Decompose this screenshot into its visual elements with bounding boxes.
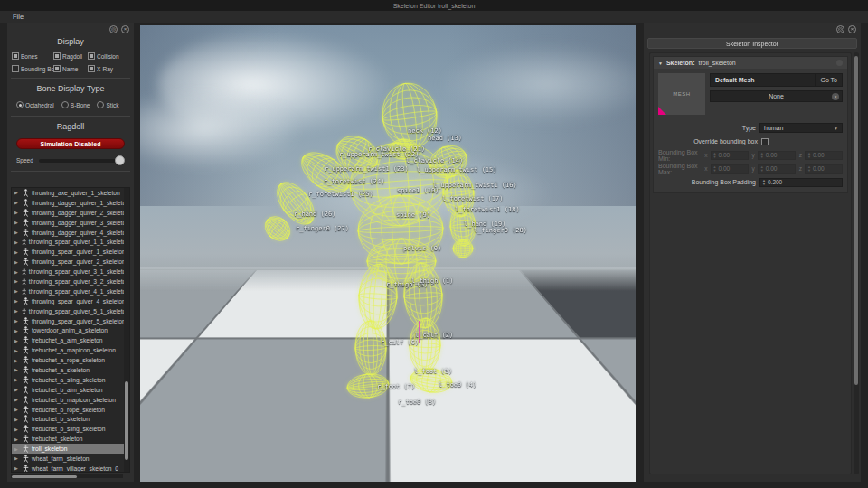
radio-b-bone[interactable]: B-Bone: [61, 101, 90, 108]
bbox-min-spinner-y[interactable]: ▲▼0.00: [758, 151, 796, 160]
skeleton-list-item[interactable]: ▶trebuchet_b_sling_skeleton: [12, 424, 129, 434]
collapse-triangle-icon[interactable]: ▼: [658, 61, 663, 66]
expand-arrow-icon[interactable]: ▶: [14, 298, 20, 304]
skeleton-list-item[interactable]: ▶throwing_dagger_quiver_2_skeleton: [12, 208, 129, 218]
skeleton-list-item[interactable]: ▶trebuchet_a_aim_skeleton: [12, 335, 129, 345]
display-checkbox-name[interactable]: Name: [53, 65, 88, 72]
inspector-scrollbar-thumb[interactable]: [854, 56, 858, 385]
expand-arrow-icon[interactable]: ▶: [14, 367, 20, 372]
skeleton-list-item[interactable]: ▶wheat_farm_villager_skeleton_0: [12, 464, 129, 473]
mesh-thumbnail[interactable]: MESH: [658, 73, 705, 115]
expand-arrow-icon[interactable]: ▶: [14, 308, 19, 314]
skeleton-list-item[interactable]: ▶trebuchet_skeleton: [12, 434, 129, 444]
radio-stick[interactable]: Stick: [97, 101, 118, 108]
expand-arrow-icon[interactable]: ▶: [14, 269, 19, 275]
skeleton-list-item[interactable]: ▶throwing_spear_quiver_2_skeleton: [12, 257, 129, 267]
skeleton-list-item[interactable]: ▶throwing_spear_quiver_3_1_skeleton: [12, 267, 129, 277]
display-checkbox-bounding-box[interactable]: Bounding Box: [12, 65, 53, 72]
skeleton-section-header[interactable]: ▼ Skeleton: troll_skeleton: [654, 57, 847, 69]
hscrollbar-thumb[interactable]: [12, 475, 77, 478]
inspector-scrollbar[interactable]: [854, 52, 859, 474]
skeleton-list-item[interactable]: ▶wheat_farm_skeleton: [12, 454, 129, 464]
expand-arrow-icon[interactable]: ▶: [14, 278, 19, 284]
checkbox[interactable]: [12, 52, 19, 60]
skeleton-list-item[interactable]: ▶throwing_spear_quiver_4_skeleton: [12, 296, 129, 306]
expand-arrow-icon[interactable]: ▶: [14, 220, 20, 225]
radio-button[interactable]: [61, 101, 69, 108]
spinner-carets-icon[interactable]: ▲▼: [806, 152, 813, 158]
simulation-disabled-button[interactable]: Simulation Disabled: [16, 138, 125, 149]
expand-arrow-icon[interactable]: ▶: [14, 338, 20, 343]
spinner-carets-icon[interactable]: ▲▼: [760, 179, 768, 185]
expand-arrow-icon[interactable]: ▶: [14, 259, 20, 265]
radio-button[interactable]: [97, 101, 104, 108]
expand-arrow-icon[interactable]: ▶: [14, 210, 20, 215]
expand-arrow-icon[interactable]: ▶: [14, 377, 20, 382]
expand-arrow-icon[interactable]: ▶: [14, 328, 20, 333]
skeleton-list-item[interactable]: ▶throwing_spear_quiver_1_skeleton: [12, 247, 129, 257]
expand-arrow-icon[interactable]: ▶: [14, 397, 20, 402]
checkbox[interactable]: [88, 52, 95, 60]
clear-mesh-icon[interactable]: ×: [832, 93, 839, 100]
radio-octahedral[interactable]: Octahedral: [16, 101, 54, 108]
3d-viewport[interactable]: neck (12)head (13)r_clavicle (21)l_clavi…: [140, 25, 636, 482]
expand-arrow-icon[interactable]: ▶: [14, 446, 20, 452]
spinner-carets-icon[interactable]: ▲▼: [712, 152, 719, 158]
expand-arrow-icon[interactable]: ▶: [14, 249, 20, 255]
expand-arrow-icon[interactable]: ▶: [14, 358, 20, 363]
panel-close-icon[interactable]: ×: [121, 25, 129, 33]
menu-file[interactable]: File: [7, 13, 29, 21]
skeleton-list-item[interactable]: ▶throwing_dagger_quiver_1_skeleton: [12, 198, 129, 208]
checkbox[interactable]: [53, 52, 61, 60]
spinner-carets-icon[interactable]: ▲▼: [759, 152, 766, 158]
checkbox[interactable]: [88, 65, 95, 72]
expand-arrow-icon[interactable]: ▶: [14, 387, 20, 392]
expand-arrow-icon[interactable]: ▶: [14, 455, 20, 461]
display-checkbox-collision[interactable]: Collision: [88, 52, 126, 60]
bbox-min-spinner-x[interactable]: ▲▼0.00: [711, 151, 749, 160]
expand-arrow-icon[interactable]: ▶: [14, 465, 20, 471]
display-checkbox-ragdoll[interactable]: Ragdoll: [53, 52, 88, 60]
radio-button[interactable]: [16, 101, 24, 108]
expand-arrow-icon[interactable]: ▶: [14, 288, 19, 294]
skeleton-list-item[interactable]: ▶throwing_spear_quiver_5_skeleton: [12, 316, 129, 326]
expand-arrow-icon[interactable]: ▶: [14, 436, 20, 442]
skeleton-list-scrollbar[interactable]: [124, 188, 129, 472]
panel-settings-icon[interactable]: ◎: [109, 25, 118, 33]
skeleton-list-item[interactable]: ▶trebuchet_b_mapicon_skeleton: [12, 395, 129, 405]
spinner-carets-icon[interactable]: ▲▼: [806, 165, 813, 172]
skeleton-list-item[interactable]: ▶trebuchet_a_mapicon_skeleton: [12, 345, 129, 355]
expand-arrow-icon[interactable]: ▶: [14, 407, 20, 412]
goto-button[interactable]: Go To: [815, 74, 842, 86]
skeleton-list-item[interactable]: ▶towerdoor_anim_a_skeleton: [12, 325, 129, 335]
skeleton-list-item[interactable]: ▶throwing_dagger_quiver_4_skeleton: [12, 228, 129, 238]
spinner-carets-icon[interactable]: ▲▼: [759, 165, 766, 172]
override-bbox-checkbox[interactable]: [761, 138, 769, 145]
skeleton-list-item[interactable]: ▶trebuchet_a_sling_skeleton: [12, 375, 129, 385]
spinner-carets-icon[interactable]: ▲▼: [712, 165, 719, 172]
mesh-select-dropdown[interactable]: None ×: [710, 90, 843, 102]
expand-arrow-icon[interactable]: ▶: [14, 230, 20, 235]
expand-arrow-icon[interactable]: ▶: [14, 318, 20, 324]
skeleton-list-item[interactable]: ▶trebuchet_a_rope_skeleton: [12, 355, 129, 365]
skeleton-list-item[interactable]: ▶throwing_spear_quiver_3_2_skeleton: [12, 277, 129, 286]
display-checkbox-bones[interactable]: Bones: [12, 52, 53, 60]
speed-slider-handle[interactable]: [115, 155, 125, 165]
expand-arrow-icon[interactable]: ▶: [14, 417, 20, 422]
bbox-max-spinner-x[interactable]: ▲▼0.00: [711, 164, 749, 174]
skeleton-list-item[interactable]: ▶throwing_axe_quiver_1_skeleton: [12, 188, 129, 198]
inspector-close-icon[interactable]: ×: [848, 25, 856, 33]
skeleton-list-item[interactable]: ▶trebuchet_b_rope_skeleton: [12, 405, 129, 415]
expand-arrow-icon[interactable]: ▶: [14, 200, 20, 205]
bbox-min-spinner-z[interactable]: ▲▼0.00: [805, 151, 843, 160]
expand-arrow-icon[interactable]: ▶: [14, 348, 20, 353]
expand-arrow-icon[interactable]: ▶: [14, 190, 20, 195]
inspector-settings-icon[interactable]: ◎: [836, 25, 844, 33]
bbox-max-spinner-y[interactable]: ▲▼0.00: [758, 164, 796, 174]
expand-arrow-icon[interactable]: ▶: [14, 427, 20, 432]
skeleton-list-item[interactable]: ▶throwing_spear_quiver_4_1_skeleton: [12, 286, 129, 296]
skeleton-list-item[interactable]: ▶throwing_dagger_quiver_3_skeleton: [12, 218, 129, 228]
type-dropdown[interactable]: human ▼: [760, 123, 843, 133]
checkbox[interactable]: [53, 65, 61, 72]
skeleton-list-item[interactable]: ▶throwing_spear_quiver_1_1_skeleton: [12, 237, 129, 247]
